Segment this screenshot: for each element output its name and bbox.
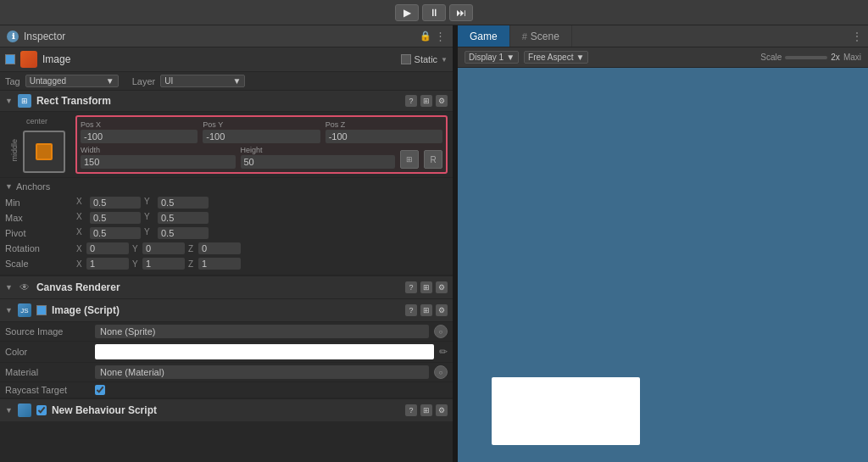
tag-layer-row: Tag Untagged ▼ Layer UI ▼ <box>0 72 453 91</box>
pause-button[interactable]: ⏸ <box>422 4 446 21</box>
tag-dropdown-arrow: ▼ <box>106 76 114 86</box>
height-group: Height <box>241 146 396 169</box>
scale-slider[interactable] <box>785 56 827 59</box>
anchors-min-label: Min <box>5 198 73 208</box>
right-panel: Game # Scene ⋮ Display 1 ▼ Free Aspect ▼… <box>458 25 868 462</box>
pos-x-input[interactable] <box>81 130 198 143</box>
static-checkbox[interactable] <box>401 54 411 64</box>
rect-transform-title: Rect Transform <box>36 95 111 107</box>
anchors-min-y-input[interactable] <box>158 197 209 209</box>
image-script-toggle[interactable]: ▼ <box>5 306 13 314</box>
scale-x-input[interactable] <box>86 258 129 270</box>
material-input[interactable] <box>95 365 429 379</box>
tab-scene-label: Scene <box>531 31 559 42</box>
color-row: Color ✏ <box>0 342 453 363</box>
free-aspect-label: Free Aspect <box>528 53 573 62</box>
static-dropdown-arrow[interactable]: ▼ <box>441 56 448 64</box>
new-behaviour-toggle[interactable]: ▼ <box>5 406 13 415</box>
display-select[interactable]: Display 1 ▼ <box>465 51 519 64</box>
canvas-renderer-gear-btn[interactable]: ⚙ <box>436 281 448 293</box>
pivot-x-input[interactable] <box>90 227 141 239</box>
display-label: Display 1 <box>469 53 504 62</box>
gameobject-active-checkbox[interactable] <box>5 54 15 64</box>
toolbar: ▶ ⏸ ⏭ <box>0 0 868 25</box>
anchors-max-y-input[interactable] <box>158 212 209 224</box>
free-aspect-dropdown-arrow: ▼ <box>576 53 584 62</box>
width-input[interactable] <box>81 155 236 169</box>
tag-dropdown[interactable]: Untagged ▼ <box>25 75 119 87</box>
rect-transform-toggle[interactable]: ▼ <box>5 97 13 105</box>
layer-dropdown[interactable]: UI ▼ <box>160 75 245 87</box>
pivot-y-input[interactable] <box>158 227 209 239</box>
step-button[interactable]: ⏭ <box>449 4 473 21</box>
new-behaviour-gear-btn[interactable]: ⚙ <box>436 404 448 416</box>
pos-y-input[interactable] <box>203 130 320 143</box>
anchors-toggle[interactable]: ▼ <box>5 182 13 191</box>
new-behaviour-checkbox[interactable] <box>36 405 47 415</box>
free-aspect-select[interactable]: Free Aspect ▼ <box>524 51 588 64</box>
rotation-z-letter: Z <box>188 244 197 253</box>
inspector-header: ℹ Inspector 🔒 ⋮ <box>0 25 453 47</box>
pink-highlight-box: Pos X Pos Y Pos Z <box>75 115 448 174</box>
pivot-y-label: Y <box>144 227 154 239</box>
tab-scene[interactable]: # Scene <box>510 25 572 47</box>
rotation-x-item: X <box>76 242 129 254</box>
anchors-min-x-input[interactable] <box>90 197 141 209</box>
canvas-renderer-question-btn[interactable]: ? <box>405 281 417 293</box>
rect-transform-question-btn[interactable]: ? <box>405 95 417 107</box>
tab-settings-btn[interactable]: ⋮ <box>846 25 868 47</box>
pos-z-input[interactable] <box>326 130 442 143</box>
tab-game[interactable]: Game <box>458 25 510 47</box>
color-preview[interactable] <box>95 344 434 359</box>
game-controls-bar: Display 1 ▼ Free Aspect ▼ Scale 2x Maxi <box>458 47 868 68</box>
scale-xyz: X Y Z <box>76 258 448 270</box>
rect-transform-lock-btn[interactable]: ⊞ <box>420 95 432 107</box>
canvas-renderer-header: ▼ 👁 Canvas Renderer ? ⊞ ⚙ <box>0 276 453 299</box>
raycast-checkbox[interactable] <box>95 385 105 395</box>
layer-dropdown-arrow: ▼ <box>232 76 241 86</box>
kebab-icon[interactable]: ⋮ <box>435 30 446 42</box>
rotation-z-input[interactable] <box>198 242 241 254</box>
anchor-box[interactable] <box>23 131 65 173</box>
new-behaviour-lock-btn[interactable]: ⊞ <box>420 404 432 416</box>
anchors-min-row: Min X Y <box>5 195 448 210</box>
play-button[interactable]: ▶ <box>395 4 419 21</box>
material-circle-btn[interactable]: ○ <box>434 365 448 379</box>
scale-y-input[interactable] <box>142 258 185 270</box>
rotation-z-item: Z <box>188 242 241 254</box>
tab-game-label: Game <box>470 31 498 42</box>
blueprint-button[interactable]: ⊞ <box>400 150 419 169</box>
new-behaviour-section: ▼ New Behaviour Script ? ⊞ ⚙ <box>0 398 453 421</box>
new-behaviour-question-btn[interactable]: ? <box>405 404 417 416</box>
scale-z-input[interactable] <box>198 258 241 270</box>
rotation-y-letter: Y <box>132 244 141 253</box>
center-label-text: center <box>26 117 47 125</box>
rotation-label: Rotation <box>5 243 73 253</box>
lock-icon[interactable]: 🔒 <box>420 31 431 42</box>
image-script-gear-btn[interactable]: ⚙ <box>436 304 448 316</box>
image-script-question-btn[interactable]: ? <box>405 304 417 316</box>
scale-label: Scale <box>760 53 782 62</box>
rotation-y-input[interactable] <box>142 242 185 254</box>
eyedropper-icon[interactable]: ✏ <box>439 346 448 358</box>
canvas-renderer-toggle[interactable]: ▼ <box>5 283 13 292</box>
anchors-section: ▼ Anchors Min X Y Max X Y <box>0 178 453 276</box>
anchors-max-x-input[interactable] <box>90 212 141 224</box>
anchor-inner-box <box>36 143 53 160</box>
image-script-title: Image (Script) <box>52 304 120 316</box>
anchors-min-y-label: Y <box>144 197 154 209</box>
rotation-x-input[interactable] <box>86 242 129 254</box>
image-script-checkbox[interactable] <box>36 305 47 315</box>
source-image-input[interactable] <box>95 325 429 338</box>
rect-tf-layout: center middle Pos X <box>5 115 448 174</box>
r-button[interactable]: R <box>424 150 442 169</box>
height-input[interactable] <box>241 155 396 169</box>
rect-transform-gear-btn[interactable]: ⚙ <box>436 95 448 107</box>
inspector-panel: ℹ Inspector 🔒 ⋮ Image Static ▼ Tag Untag… <box>0 25 453 462</box>
image-script-lock-btn[interactable]: ⊞ <box>420 304 432 316</box>
anchors-max-row: Max X Y <box>5 210 448 225</box>
static-label: Static <box>415 54 438 64</box>
maxi-button[interactable]: Maxi <box>843 53 861 62</box>
canvas-renderer-lock-btn[interactable]: ⊞ <box>420 281 432 293</box>
source-image-circle-btn[interactable]: ○ <box>434 325 448 338</box>
